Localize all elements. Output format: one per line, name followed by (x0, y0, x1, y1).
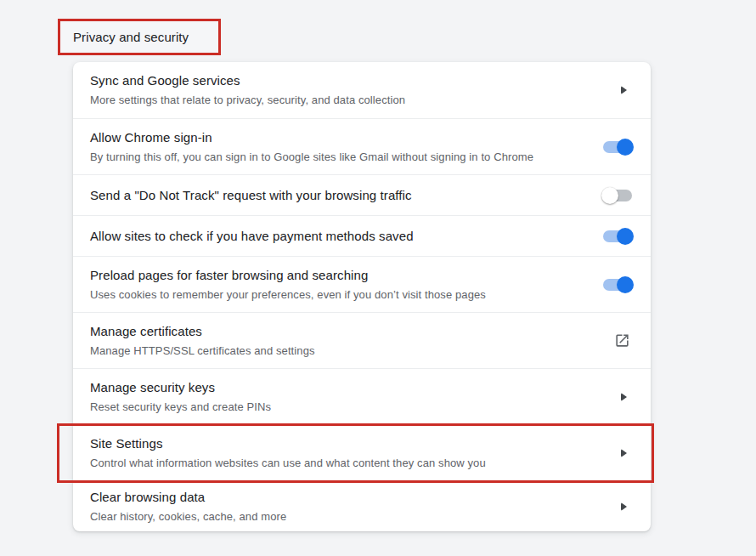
toggle-knob (617, 139, 634, 156)
row-subtitle: Reset security keys and create PINs (90, 400, 600, 415)
row-title: Allow sites to check if you have payment… (90, 228, 600, 245)
privacy-security-card: Sync and Google services More settings t… (73, 62, 651, 531)
row-allow-chrome-sign-in[interactable]: Allow Chrome sign-in By turning this off… (73, 118, 651, 174)
row-sync-and-google-services[interactable]: Sync and Google services More settings t… (73, 62, 651, 118)
row-site-settings[interactable]: Site Settings Control what information w… (73, 424, 651, 480)
row-title: Site Settings (90, 435, 600, 452)
row-title: Send a "Do Not Track" request with your … (90, 187, 600, 204)
subpage-arrow-icon (621, 393, 627, 401)
toggle-payment-methods[interactable] (603, 230, 632, 242)
external-link-icon (614, 332, 630, 349)
row-title: Manage certificates (90, 323, 600, 340)
toggle-knob (617, 276, 634, 293)
subpage-arrow-icon (621, 86, 627, 94)
row-do-not-track[interactable]: Send a "Do Not Track" request with your … (73, 174, 651, 215)
row-title: Preload pages for faster browsing and se… (90, 267, 600, 284)
subpage-arrow-icon (621, 449, 627, 457)
row-title: Sync and Google services (90, 72, 600, 89)
row-title: Manage security keys (90, 379, 600, 396)
row-subtitle: More settings that relate to privacy, se… (90, 93, 600, 108)
row-title: Allow Chrome sign-in (90, 129, 600, 146)
row-subtitle: Control what information websites can us… (90, 456, 600, 471)
row-preload-pages[interactable]: Preload pages for faster browsing and se… (73, 256, 651, 312)
toggle-allow-chrome-sign-in[interactable] (603, 141, 632, 153)
row-manage-certificates[interactable]: Manage certificates Manage HTTPS/SSL cer… (73, 312, 651, 368)
toggle-knob (601, 187, 618, 204)
row-subtitle: Uses cookies to remember your preference… (90, 287, 600, 303)
row-subtitle: By turning this off, you can sign in to … (90, 150, 600, 165)
row-manage-security-keys[interactable]: Manage security keys Reset security keys… (73, 368, 651, 424)
row-payment-methods[interactable]: Allow sites to check if you have payment… (73, 215, 651, 256)
row-title: Clear browsing data (90, 489, 600, 506)
row-subtitle: Clear history, cookies, cache, and more (90, 509, 600, 525)
annotation-highlight-heading: Privacy and security (58, 19, 221, 55)
section-heading: Privacy and security (73, 30, 189, 44)
subpage-arrow-icon (621, 502, 627, 511)
toggle-preload-pages[interactable] (603, 279, 632, 291)
toggle-do-not-track[interactable] (603, 190, 632, 201)
toggle-knob (617, 228, 634, 245)
row-subtitle: Manage HTTPS/SSL certificates and settin… (90, 343, 600, 359)
row-clear-browsing-data[interactable]: Clear browsing data Clear history, cooki… (73, 480, 651, 531)
